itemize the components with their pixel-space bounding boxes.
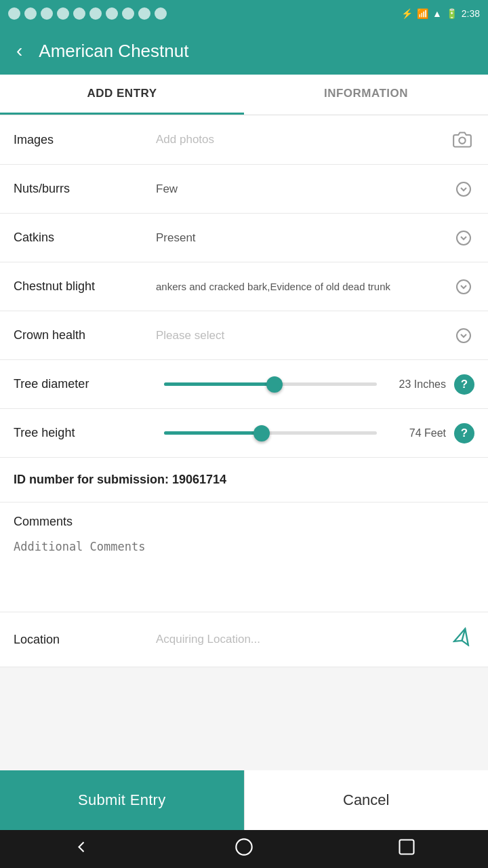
tree-height-track bbox=[164, 431, 377, 435]
nuts-burrs-value: Few bbox=[156, 182, 453, 196]
submit-entry-button[interactable]: Submit Entry bbox=[0, 770, 244, 830]
nuts-burrs-dropdown-icon[interactable] bbox=[453, 178, 474, 200]
comments-row: Comments bbox=[0, 502, 488, 612]
app-bar-title: American Chestnut bbox=[39, 41, 188, 62]
app-icon-1 bbox=[8, 7, 20, 20]
tree-height-slider-container[interactable] bbox=[164, 427, 377, 440]
app-icon-10 bbox=[155, 7, 167, 20]
images-value: Add photos bbox=[156, 133, 450, 146]
tab-information[interactable]: INFORMATION bbox=[244, 75, 488, 115]
tree-diameter-row: Tree diameter 23 Inches ? bbox=[0, 360, 488, 409]
svg-point-7 bbox=[236, 839, 251, 854]
id-number-row: ID number for submission: 19061714 bbox=[0, 458, 488, 502]
tree-diameter-track bbox=[164, 382, 377, 386]
chestnut-blight-dropdown-icon[interactable] bbox=[453, 276, 474, 298]
app-icon-9 bbox=[138, 7, 150, 20]
tree-height-fill bbox=[164, 431, 262, 435]
comments-label: Comments bbox=[14, 515, 474, 529]
camera-icon[interactable] bbox=[450, 127, 474, 152]
status-bar-left-icons bbox=[8, 7, 167, 20]
bottom-spacer bbox=[0, 667, 488, 766]
svg-rect-8 bbox=[400, 840, 414, 854]
wifi-icon: ▲ bbox=[432, 8, 442, 19]
svg-point-0 bbox=[459, 138, 465, 144]
tree-height-value: 74 Feet bbox=[385, 427, 446, 439]
app-icon-6 bbox=[89, 7, 102, 20]
app-icon-7 bbox=[106, 7, 118, 20]
svg-point-1 bbox=[457, 182, 470, 196]
tree-diameter-thumb[interactable] bbox=[266, 376, 283, 393]
tab-add-entry[interactable]: ADD ENTRY bbox=[0, 75, 244, 115]
nav-bar bbox=[0, 830, 488, 868]
status-bar-right: ⚡ 📶 ▲ 🔋 2:38 bbox=[401, 8, 480, 19]
catkins-label: Catkins bbox=[14, 231, 156, 245]
tree-diameter-help-icon[interactable]: ? bbox=[454, 374, 474, 395]
back-button[interactable]: ‹ bbox=[11, 37, 28, 64]
catkins-dropdown-icon[interactable] bbox=[453, 227, 474, 249]
nav-home-icon[interactable] bbox=[235, 837, 253, 861]
svg-point-2 bbox=[457, 231, 470, 245]
svg-point-4 bbox=[457, 329, 470, 342]
app-icon-4 bbox=[57, 7, 69, 20]
tree-diameter-slider-container[interactable] bbox=[164, 378, 377, 391]
status-bar: ⚡ 📶 ▲ 🔋 2:38 bbox=[0, 0, 488, 27]
location-row: Location Acquiring Location... bbox=[0, 612, 488, 667]
tree-diameter-fill bbox=[164, 382, 274, 386]
tree-height-thumb[interactable] bbox=[253, 425, 270, 441]
chestnut-blight-row: Chestnut blight ankers and cracked bark,… bbox=[0, 262, 488, 311]
form-container: Images Add photos Nuts/burrs Few Catkins… bbox=[0, 115, 488, 667]
images-label: Images bbox=[14, 133, 156, 147]
crown-health-row: Crown health Please select bbox=[0, 311, 488, 360]
images-row: Images Add photos bbox=[0, 115, 488, 165]
id-number-text: ID number for submission: 19061714 bbox=[14, 473, 226, 486]
tree-diameter-value: 23 Inches bbox=[385, 378, 446, 391]
chestnut-blight-label: Chestnut blight bbox=[14, 279, 156, 294]
crown-health-label: Crown health bbox=[14, 328, 156, 342]
location-value: Acquiring Location... bbox=[156, 633, 450, 646]
tabs-container: ADD ENTRY INFORMATION bbox=[0, 75, 488, 115]
bluetooth-icon: ⚡ bbox=[401, 8, 413, 19]
time-display: 2:38 bbox=[462, 8, 480, 19]
crown-health-dropdown-icon[interactable] bbox=[453, 325, 474, 347]
crown-health-value: Please select bbox=[156, 329, 453, 342]
nav-back-icon[interactable] bbox=[72, 837, 91, 861]
signal-icon: 📶 bbox=[417, 8, 428, 19]
catkins-row: Catkins Present bbox=[0, 214, 488, 262]
bottom-buttons: Submit Entry Cancel bbox=[0, 770, 488, 830]
app-icon-2 bbox=[24, 7, 37, 20]
nuts-burrs-label: Nuts/burrs bbox=[14, 182, 156, 196]
chestnut-blight-value: ankers and cracked bark,Evidence of old … bbox=[156, 281, 453, 292]
catkins-value: Present bbox=[156, 231, 453, 245]
location-label: Location bbox=[14, 633, 156, 647]
tree-height-label: Tree height bbox=[14, 426, 156, 440]
app-icon-5 bbox=[73, 7, 85, 20]
tree-diameter-label: Tree diameter bbox=[14, 377, 156, 391]
cancel-button[interactable]: Cancel bbox=[244, 770, 489, 830]
comments-textarea[interactable] bbox=[14, 534, 474, 609]
battery-icon: 🔋 bbox=[446, 8, 458, 19]
location-icon[interactable] bbox=[445, 623, 479, 656]
app-bar: ‹ American Chestnut bbox=[0, 27, 488, 75]
app-icon-8 bbox=[122, 7, 134, 20]
app-icon-3 bbox=[41, 7, 53, 20]
nuts-burrs-row: Nuts/burrs Few bbox=[0, 165, 488, 214]
svg-point-3 bbox=[457, 280, 470, 294]
tree-height-help-icon[interactable]: ? bbox=[454, 423, 474, 443]
tree-height-row: Tree height 74 Feet ? bbox=[0, 409, 488, 458]
nav-recents-icon[interactable] bbox=[397, 837, 416, 861]
